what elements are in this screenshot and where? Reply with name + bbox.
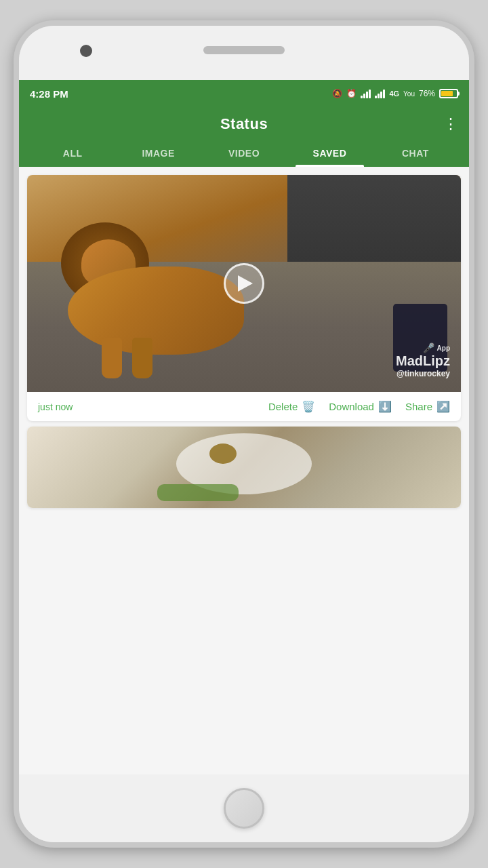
media-timestamp: just now: [38, 401, 73, 412]
tab-chat[interactable]: CHAT: [373, 141, 458, 167]
signal-bars-1: [361, 90, 371, 98]
battery-fill: [441, 91, 453, 96]
phone-top: [19, 26, 469, 80]
watermark: 🎤 App MadLipz @tinkurockey: [396, 342, 450, 378]
tab-all[interactable]: ALL: [30, 141, 115, 167]
app-title: Status: [220, 115, 268, 133]
alarm-icon: ⏰: [346, 89, 357, 98]
front-camera: [80, 45, 92, 57]
food-thumbnail: [27, 427, 461, 508]
play-button[interactable]: [224, 263, 264, 304]
battery-container: [439, 89, 458, 98]
media-card-food[interactable]: [27, 427, 461, 508]
lion-leg-1: [102, 338, 122, 378]
phone-shell: 4:28 PM 🔕 ⏰ 4G You 76%: [14, 20, 474, 848]
signal-bars-2: [375, 90, 385, 98]
delete-label: Delete: [268, 401, 298, 412]
watermark-app-label: App: [437, 344, 450, 352]
tab-saved[interactable]: SAVED: [287, 141, 372, 167]
home-button[interactable]: [224, 788, 264, 829]
lion-body: [68, 267, 244, 355]
network-badge: 4G: [389, 90, 399, 98]
status-bar: 4:28 PM 🔕 ⏰ 4G You 76%: [19, 80, 469, 107]
share-button[interactable]: Share ↗️: [405, 400, 450, 413]
play-icon: [238, 275, 253, 292]
screen: 4:28 PM 🔕 ⏰ 4G You 76%: [19, 80, 469, 774]
watermark-handle: @tinkurockey: [396, 369, 450, 378]
more-menu-icon[interactable]: ⋮: [443, 115, 458, 133]
video-thumbnail[interactable]: 🎤 App MadLipz @tinkurockey: [27, 175, 461, 392]
tabs-bar: ALL IMAGE VIDEO SAVED CHAT: [30, 141, 458, 167]
app-header: Status ⋮ ALL IMAGE VIDEO SAVED CHAT: [19, 107, 469, 167]
food-greens: [157, 484, 239, 501]
speaker: [203, 46, 285, 54]
card-actions: just now Delete 🗑️ Download ⬇️ Share ↗️: [27, 392, 461, 421]
phone-bottom: [19, 774, 469, 842]
tab-image[interactable]: IMAGE: [115, 141, 201, 167]
mute-icon: 🔕: [332, 89, 342, 98]
watermark-brand: MadLipz: [396, 353, 450, 369]
trash-icon: 🗑️: [302, 400, 315, 413]
download-icon: ⬇️: [378, 400, 392, 413]
status-time: 4:28 PM: [30, 88, 68, 100]
battery-icon: [439, 89, 458, 98]
food-item: [209, 443, 237, 464]
tab-video[interactable]: VIDEO: [201, 141, 287, 167]
share-icon: ↗️: [436, 400, 450, 413]
media-card-video: 🎤 App MadLipz @tinkurockey just now Dele…: [27, 175, 461, 421]
download-button[interactable]: Download ⬇️: [329, 400, 392, 413]
header-title-row: Status ⋮: [30, 115, 458, 141]
share-label: Share: [405, 401, 432, 412]
action-buttons: Delete 🗑️ Download ⬇️ Share ↗️: [268, 400, 450, 413]
delete-button[interactable]: Delete 🗑️: [268, 400, 315, 413]
lion-leg-2: [132, 338, 152, 378]
download-label: Download: [329, 401, 374, 412]
volte-icon: You: [403, 90, 415, 98]
battery-percent: 76%: [419, 89, 435, 98]
mic-icon: 🎤: [423, 342, 434, 353]
content-area: 🎤 App MadLipz @tinkurockey just now Dele…: [19, 167, 469, 774]
status-icons: 🔕 ⏰ 4G You 76%: [332, 89, 458, 98]
